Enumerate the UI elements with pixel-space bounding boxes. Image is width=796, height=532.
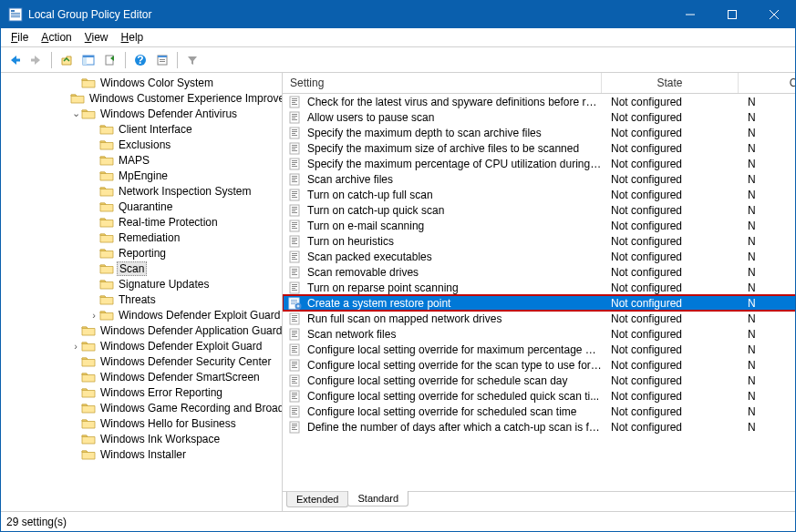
- back-button[interactable]: [5, 50, 25, 70]
- svg-rect-92: [298, 304, 299, 307]
- settings-list[interactable]: Setting State Com Check for the latest v…: [283, 73, 795, 491]
- tree-item-label: Threats: [117, 293, 158, 306]
- tree-item[interactable]: Windows Color System: [1, 75, 283, 90]
- tree-item[interactable]: Windows Defender Application Guard: [1, 322, 283, 338]
- tree-item[interactable]: Client Interface: [1, 121, 283, 137]
- tree-item[interactable]: MAPS: [1, 152, 283, 168]
- menu-help[interactable]: Help: [115, 29, 150, 46]
- tree-pane[interactable]: Windows Color SystemWindows Customer Exp…: [1, 73, 283, 511]
- tree-item[interactable]: Windows Ink Workspace: [1, 431, 283, 446]
- tree-item[interactable]: Windows Game Recording and Broadcasting: [1, 400, 283, 415]
- tree-item[interactable]: Windows Hello for Business: [1, 415, 283, 431]
- svg-rect-87: [291, 300, 297, 301]
- menubar: File Action View Help: [1, 28, 795, 47]
- tree-item[interactable]: Windows Installer: [1, 446, 283, 462]
- setting-row[interactable]: Turn on catch-up full scanNot configured…: [283, 187, 795, 202]
- setting-row[interactable]: Run full scan on mapped network drivesNo…: [283, 311, 795, 326]
- filter-button[interactable]: [182, 50, 202, 70]
- setting-row[interactable]: Configure local setting override for max…: [283, 342, 795, 357]
- tab-extended[interactable]: Extended: [286, 492, 348, 507]
- column-comment[interactable]: Com: [739, 73, 795, 93]
- setting-row[interactable]: Check for the latest virus and spyware d…: [283, 94, 795, 109]
- setting-row[interactable]: Configure local setting override for the…: [283, 357, 795, 373]
- setting-row[interactable]: Turn on e-mail scanningNot configuredN: [283, 218, 795, 233]
- setting-state: Not configured: [602, 374, 739, 387]
- setting-row[interactable]: Scan removable drivesNot configuredN: [283, 264, 795, 280]
- svg-rect-29: [292, 118, 295, 118]
- collapse-icon[interactable]: ⌄: [70, 107, 81, 119]
- tree-item-label: Reporting: [117, 247, 168, 260]
- tree-item[interactable]: Scan: [1, 261, 283, 276]
- tree-item-label: Windows Hello for Business: [98, 417, 238, 430]
- tree-item[interactable]: Windows Defender SmartScreen: [1, 369, 283, 384]
- setting-state: Not configured: [602, 204, 739, 217]
- close-button[interactable]: [753, 1, 795, 28]
- minimize-button[interactable]: [669, 1, 711, 28]
- tree-item[interactable]: Reporting: [1, 245, 283, 261]
- setting-row[interactable]: Specify the maximum percentage of CPU ut…: [283, 156, 795, 171]
- show-pane-button[interactable]: [78, 50, 98, 70]
- policy-setting-icon: [288, 265, 303, 280]
- tree-item[interactable]: Windows Customer Experience Improvement …: [1, 90, 283, 106]
- tree-item[interactable]: Network Inspection System: [1, 183, 283, 199]
- menu-action[interactable]: Action: [35, 29, 78, 46]
- tab-standard[interactable]: Standard: [347, 491, 408, 506]
- column-state[interactable]: State: [602, 73, 739, 93]
- tree-item[interactable]: ›Windows Defender Exploit Guard: [1, 307, 283, 322]
- setting-row[interactable]: Define the number of days after which a …: [283, 419, 795, 435]
- svg-rect-62: [292, 222, 297, 223]
- forward-button[interactable]: [26, 50, 47, 70]
- svg-rect-55: [292, 197, 297, 198]
- svg-rect-68: [292, 240, 297, 240]
- setting-row[interactable]: Configure local setting override for sch…: [283, 373, 795, 388]
- setting-row[interactable]: Specify the maximum size of archive file…: [283, 140, 795, 156]
- setting-name: Configure local setting override for max…: [305, 343, 602, 356]
- expand-icon[interactable]: ›: [70, 341, 81, 352]
- export-button[interactable]: [100, 50, 120, 70]
- svg-rect-89: [291, 303, 295, 304]
- policy-setting-icon: [288, 281, 303, 295]
- expand-icon[interactable]: ›: [88, 310, 99, 321]
- setting-row[interactable]: Create a system restore pointNot configu…: [283, 295, 795, 311]
- setting-comment: N: [739, 96, 795, 108]
- column-setting[interactable]: Setting: [283, 73, 602, 93]
- svg-rect-104: [292, 346, 297, 347]
- svg-rect-34: [292, 133, 295, 134]
- svg-rect-60: [292, 212, 297, 213]
- maximize-button[interactable]: [711, 1, 753, 28]
- setting-row[interactable]: Turn on reparse point scanningNot config…: [283, 280, 795, 295]
- svg-rect-12: [83, 56, 94, 57]
- setting-row[interactable]: Scan archive filesNot configuredN: [283, 171, 795, 187]
- tree-item[interactable]: Signature Updates: [1, 276, 283, 292]
- menu-file[interactable]: File: [5, 29, 35, 46]
- tree-item[interactable]: Quarantine: [1, 199, 283, 214]
- svg-rect-77: [292, 269, 297, 270]
- help-button[interactable]: ?: [130, 50, 150, 70]
- up-button[interactable]: [57, 50, 77, 70]
- tree-item[interactable]: ›Windows Defender Exploit Guard: [1, 338, 283, 353]
- tree-item[interactable]: Real-time Protection: [1, 214, 283, 230]
- setting-row[interactable]: Scan packed executablesNot configuredN: [283, 249, 795, 264]
- tree-item[interactable]: Exclusions: [1, 137, 283, 152]
- svg-rect-24: [292, 102, 295, 103]
- tree-item[interactable]: MpEngine: [1, 168, 283, 183]
- svg-rect-18: [158, 56, 167, 57]
- setting-row[interactable]: Specify the maximum depth to scan archiv…: [283, 125, 795, 140]
- setting-row[interactable]: Scan network filesNot configuredN: [283, 326, 795, 342]
- setting-row[interactable]: Allow users to pause scanNot configuredN: [283, 109, 795, 125]
- tree-item[interactable]: ⌄Windows Defender Antivirus: [1, 106, 283, 121]
- setting-row[interactable]: Configure local setting override for sch…: [283, 388, 795, 404]
- properties-button[interactable]: [152, 50, 172, 70]
- setting-row[interactable]: Turn on heuristicsNot configuredN: [283, 233, 795, 249]
- tree-item[interactable]: Windows Defender Security Center: [1, 353, 283, 369]
- menu-view[interactable]: View: [78, 29, 115, 46]
- policy-setting-icon: [288, 203, 303, 218]
- tree-item[interactable]: Windows Error Reporting: [1, 384, 283, 400]
- status-text: 29 setting(s): [6, 516, 67, 528]
- tree-item[interactable]: Remediation: [1, 230, 283, 245]
- setting-row[interactable]: Configure local setting override for sch…: [283, 404, 795, 419]
- tree-item[interactable]: Threats: [1, 292, 283, 307]
- svg-rect-65: [292, 228, 297, 229]
- svg-rect-96: [292, 319, 295, 320]
- setting-row[interactable]: Turn on catch-up quick scanNot configure…: [283, 202, 795, 218]
